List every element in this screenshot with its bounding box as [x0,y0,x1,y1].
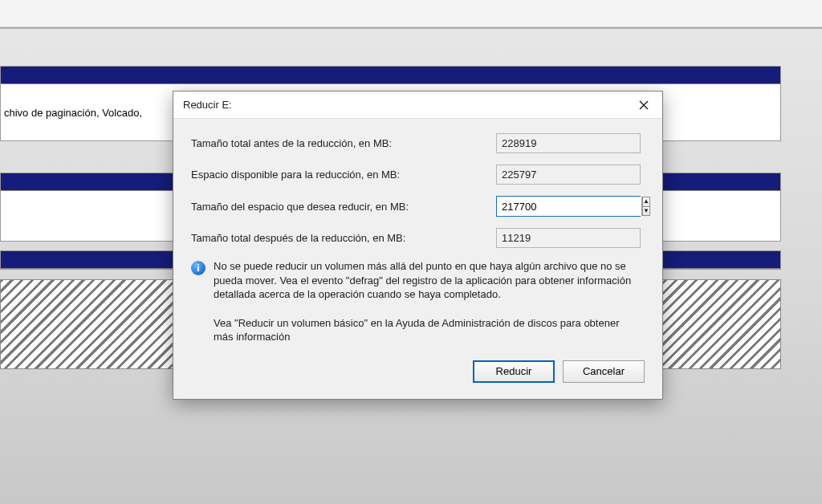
info-icon: i [191,261,206,275]
label-total-before: Tamaño total antes de la reducción, en M… [191,137,496,149]
close-button[interactable] [625,91,662,119]
shrink-dialog: Reducir E: Tamaño total antes de la redu… [173,91,663,400]
label-available: Espacio disponible para la reducción, en… [191,169,496,181]
value-total-after: 11219 [496,228,641,248]
volume-header [1,67,780,84]
info-text: No se puede reducir un volumen más allá … [214,259,639,302]
shrink-amount-stepper: ▲ ▼ [496,196,641,217]
dialog-title: Reducir E: [183,99,232,111]
value-total-before: 228919 [496,133,641,153]
spinner-up-button[interactable]: ▲ [642,197,650,206]
titlebar: Reducir E: [173,91,662,119]
spinner-down-button[interactable]: ▼ [642,206,650,217]
label-total-after: Tamaño total después de la reducción, en… [191,232,496,244]
partition-info-text: chivo de paginación, Volcado, [4,107,142,119]
window-toolbar-area [0,0,822,27]
close-icon [639,100,649,110]
divider [0,27,822,29]
shrink-button[interactable]: Reducir [473,360,555,383]
cancel-button[interactable]: Cancelar [563,360,645,383]
value-available: 225797 [496,165,641,185]
help-text: Vea "Reducir un volumen básico" en la Ay… [214,316,623,344]
label-to-shrink: Tamaño del espacio que desea reducir, en… [191,201,496,213]
shrink-amount-input[interactable] [497,197,641,216]
